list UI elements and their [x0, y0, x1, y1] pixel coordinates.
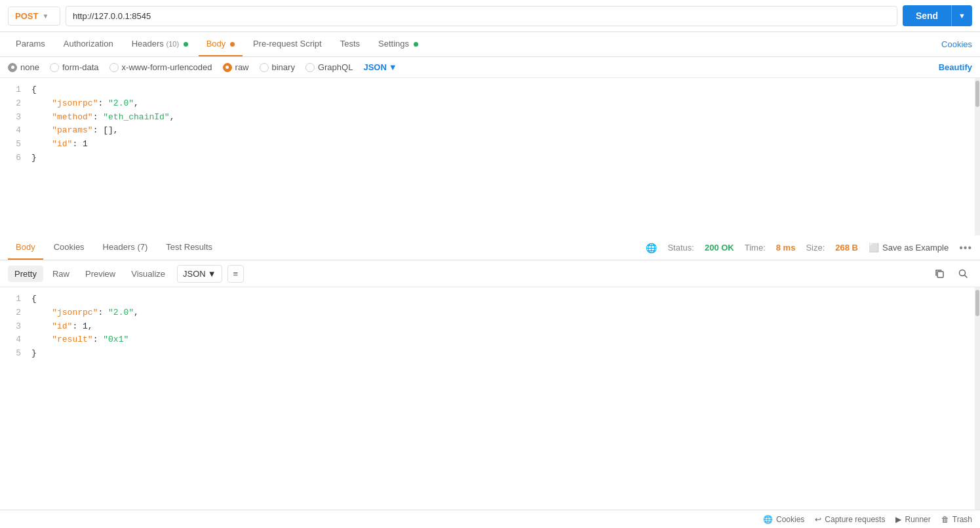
radio-url-encoded-circle [109, 63, 119, 72]
format-tab-pretty[interactable]: Pretty [8, 266, 43, 282]
format-tab-visualize[interactable]: Visualize [125, 266, 172, 282]
search-button[interactable] [954, 264, 972, 283]
response-json-dropdown[interactable]: JSON ▼ [177, 265, 222, 283]
method-select[interactable]: POST ▼ [8, 7, 60, 26]
request-tabs: Params Authorization Headers (10) Body P… [0, 32, 980, 57]
save-icon: ⬜ [869, 243, 879, 253]
response-scrollbar[interactable] [975, 287, 980, 510]
trash-icon: 🗑 [941, 515, 949, 524]
body-dot-icon [230, 42, 235, 47]
radio-none-circle [8, 63, 17, 72]
send-button[interactable]: Send [903, 5, 951, 26]
radio-binary-circle [260, 63, 269, 72]
tab-prerequest[interactable]: Pre-request Script [245, 32, 330, 56]
request-scrollbar[interactable] [975, 78, 980, 235]
response-panel: Body Cookies Headers (7) Test Results 🌐 … [0, 235, 980, 510]
status-bar: 🌐 Cookies ↩ Capture requests ▶ Runner 🗑 … [0, 510, 980, 528]
save-as-example-button[interactable]: ⬜ Save as Example [869, 243, 949, 253]
response-status-bar: 🌐 Status: 200 OK Time: 8 ms Size: 268 B … [646, 242, 972, 254]
tab-body[interactable]: Body [199, 32, 243, 56]
statusbar-runner[interactable]: ▶ Runner [895, 515, 930, 524]
response-tab-headers[interactable]: Headers (7) [95, 235, 156, 260]
statusbar-cookies[interactable]: 🌐 Cookies [763, 515, 804, 524]
size-value: 268 B [835, 243, 858, 253]
format-actions [930, 264, 972, 283]
method-chevron-icon: ▼ [42, 12, 49, 20]
json-chevron-icon: ▼ [389, 62, 397, 72]
response-json-chevron-icon: ▼ [208, 269, 216, 279]
radio-graphql-circle [305, 63, 315, 72]
body-type-row: none form-data x-www-form-urlencoded raw… [0, 57, 980, 78]
request-body-editor[interactable]: 1 2 3 4 5 6 { "jsonrpc": "2.0", "method"… [0, 78, 980, 235]
capture-icon: ↩ [815, 515, 821, 524]
radio-binary[interactable]: binary [260, 62, 295, 72]
request-code-content[interactable]: { "jsonrpc": "2.0", "method": "eth_chain… [26, 83, 980, 165]
request-line-numbers: 1 2 3 4 5 6 [0, 83, 26, 165]
url-input[interactable] [66, 6, 897, 26]
settings-dot-icon [414, 42, 418, 47]
tab-settings[interactable]: Settings [370, 32, 426, 56]
method-label: POST [15, 11, 38, 21]
status-value: 200 OK [705, 243, 734, 253]
send-btn-group: Send ▼ [903, 5, 972, 26]
tab-params[interactable]: Params [8, 32, 53, 56]
json-format-select[interactable]: JSON ▼ [363, 62, 397, 72]
beautify-button[interactable]: Beautify [939, 62, 972, 72]
response-format-row: Pretty Raw Preview Visualize JSON ▼ ≡ [0, 260, 980, 287]
radio-none[interactable]: none [8, 62, 39, 72]
tab-tests[interactable]: Tests [332, 32, 368, 56]
svg-line-2 [965, 275, 968, 278]
copy-button[interactable] [930, 264, 949, 283]
radio-graphql[interactable]: GraphQL [305, 62, 353, 72]
response-tabs: Body Cookies Headers (7) Test Results 🌐 … [0, 235, 980, 260]
word-wrap-button[interactable]: ≡ [227, 265, 245, 283]
url-bar: POST ▼ Send ▼ [0, 0, 980, 32]
search-icon [958, 268, 968, 279]
tab-headers[interactable]: Headers (10) [124, 32, 196, 56]
response-code-content: { "jsonrpc": "2.0", "id": 1, "result": "… [26, 293, 980, 361]
response-tab-cookies[interactable]: Cookies [46, 235, 92, 260]
radio-form-data[interactable]: form-data [50, 62, 99, 72]
radio-raw-circle [223, 63, 232, 72]
cookies-link[interactable]: Cookies [941, 33, 972, 56]
send-dropdown-button[interactable]: ▼ [951, 5, 972, 26]
response-tab-test-results[interactable]: Test Results [158, 235, 220, 260]
headers-dot-icon [184, 42, 188, 47]
response-tab-body[interactable]: Body [8, 235, 43, 260]
response-body-editor[interactable]: 1 2 3 4 5 { "jsonrpc": "2.0", "id": 1, "… [0, 287, 980, 510]
cookies-icon: 🌐 [763, 515, 773, 524]
radio-url-encoded[interactable]: x-www-form-urlencoded [109, 62, 212, 72]
svg-rect-0 [937, 272, 943, 277]
radio-raw[interactable]: raw [223, 62, 249, 72]
more-options-button[interactable]: ••• [959, 242, 972, 254]
tab-authorization[interactable]: Authorization [56, 32, 121, 56]
response-headers-badge: (7) [137, 242, 147, 252]
statusbar-trash[interactable]: 🗑 Trash [941, 515, 972, 524]
headers-badge: (10) [166, 40, 179, 48]
time-value: 8 ms [776, 243, 796, 253]
radio-form-data-circle [50, 63, 59, 72]
runner-icon: ▶ [895, 515, 901, 524]
response-line-numbers: 1 2 3 4 5 [0, 293, 26, 361]
copy-icon [934, 268, 945, 279]
format-tab-preview[interactable]: Preview [79, 266, 122, 282]
format-tab-raw[interactable]: Raw [46, 266, 76, 282]
globe-icon: 🌐 [646, 243, 657, 253]
statusbar-capture[interactable]: ↩ Capture requests [815, 515, 885, 524]
